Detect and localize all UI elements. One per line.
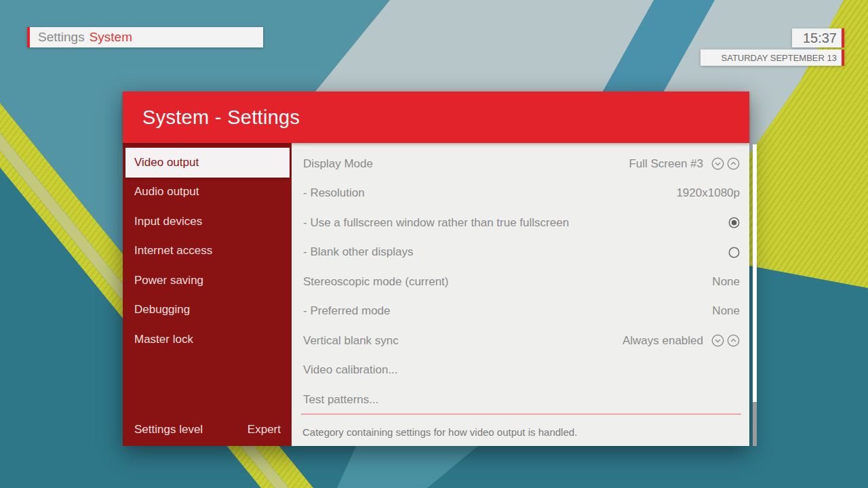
dialog-scrollbar[interactable] xyxy=(753,144,757,446)
radio-checked-icon[interactable] xyxy=(728,217,740,228)
setting-label: Vertical blank sync xyxy=(303,334,399,348)
sidebar-item-label: Master lock xyxy=(134,333,193,346)
settings-level-value: Expert xyxy=(248,423,281,436)
sidebar-item-internet-access[interactable]: Internet access xyxy=(123,237,292,266)
setting-label: Stereoscopic mode (current) xyxy=(303,275,448,289)
setting-description: Category containing settings for how vid… xyxy=(302,426,577,438)
setting-label: - Resolution xyxy=(303,186,365,200)
spinner-up-icon[interactable] xyxy=(727,334,740,347)
scrollbar-thumb[interactable] xyxy=(753,144,757,402)
clock-time-label: 15:37 xyxy=(803,30,837,46)
screen: Settings System 15:37 SATURDAY SEPTEMBER… xyxy=(0,0,868,488)
setting-row-blank-other-displays[interactable]: - Blank other displays xyxy=(303,238,740,268)
setting-row-test-patterns[interactable]: Test patterns... xyxy=(303,385,740,415)
setting-value: Always enabled xyxy=(623,334,703,348)
sidebar-item-label: Input devices xyxy=(134,215,202,228)
setting-label: - Preferred mode xyxy=(303,304,391,318)
setting-value: Full Screen #3 xyxy=(629,157,703,171)
setting-value: 1920x1080p xyxy=(676,186,740,200)
setting-row-resolution[interactable]: - Resolution 1920x1080p xyxy=(303,179,740,209)
spinner-down-icon[interactable] xyxy=(711,157,724,170)
spinner-up-icon[interactable] xyxy=(727,157,740,170)
sidebar-item-label: Audio output xyxy=(134,185,199,199)
dialog-header: System - Settings xyxy=(123,92,749,143)
settings-dialog: System - Settings Video output Audio out… xyxy=(123,92,749,446)
setting-row-video-calibration[interactable]: Video calibration... xyxy=(303,356,740,386)
sidebar-item-audio-output[interactable]: Audio output xyxy=(123,178,292,207)
setting-row-stereoscopic-mode[interactable]: Stereoscopic mode (current) None xyxy=(303,267,740,297)
sidebar-item-label: Internet access xyxy=(134,244,212,258)
spinner-down-icon[interactable] xyxy=(711,334,724,347)
sidebar-item-input-devices[interactable]: Input devices xyxy=(123,207,292,237)
clock-date-label: SATURDAY SEPTEMBER 13 xyxy=(722,53,837,63)
setting-row-preferred-mode[interactable]: - Preferred mode None xyxy=(303,297,740,327)
dialog-body: Video output Audio output Input devices … xyxy=(123,143,749,446)
description-divider xyxy=(301,413,741,415)
sidebar-item-debugging[interactable]: Debugging xyxy=(123,296,292,325)
setting-label: - Blank other displays xyxy=(303,245,414,259)
sidebar-item-label: Debugging xyxy=(134,303,190,317)
setting-label: Video calibration... xyxy=(303,363,398,377)
breadcrumb: Settings System xyxy=(27,27,263,47)
sidebar-item-video-output[interactable]: Video output xyxy=(125,148,290,178)
settings-level-row[interactable]: Settings level Expert xyxy=(134,423,281,436)
settings-panel: Display Mode Full Screen #3 - Resolution… xyxy=(292,143,749,446)
setting-row-vertical-blank-sync[interactable]: Vertical blank sync Always enabled xyxy=(303,326,740,356)
settings-level-label: Settings level xyxy=(134,423,203,436)
radio-unchecked-icon[interactable] xyxy=(728,247,740,258)
sidebar-item-power-saving[interactable]: Power saving xyxy=(123,266,292,296)
category-sidebar: Video output Audio output Input devices … xyxy=(123,143,292,446)
setting-label: Display Mode xyxy=(303,157,373,171)
setting-row-display-mode[interactable]: Display Mode Full Screen #3 xyxy=(303,149,740,179)
breadcrumb-subsection: System xyxy=(90,30,132,45)
sidebar-item-master-lock[interactable]: Master lock xyxy=(123,325,292,354)
dialog-title: System - Settings xyxy=(142,106,300,129)
sidebar-item-label: Power saving xyxy=(134,274,203,287)
setting-value: None xyxy=(712,304,740,318)
clock-time: 15:37 xyxy=(792,28,844,47)
setting-label: - Use a fullscreen window rather than tr… xyxy=(303,216,569,230)
sidebar-item-label: Video output xyxy=(134,156,199,169)
setting-row-fullscreen-window[interactable]: - Use a fullscreen window rather than tr… xyxy=(303,208,740,238)
setting-label: Test patterns... xyxy=(303,393,379,407)
setting-value: None xyxy=(712,275,740,289)
clock-date: SATURDAY SEPTEMBER 13 xyxy=(701,49,844,66)
breadcrumb-section: Settings xyxy=(38,30,85,45)
